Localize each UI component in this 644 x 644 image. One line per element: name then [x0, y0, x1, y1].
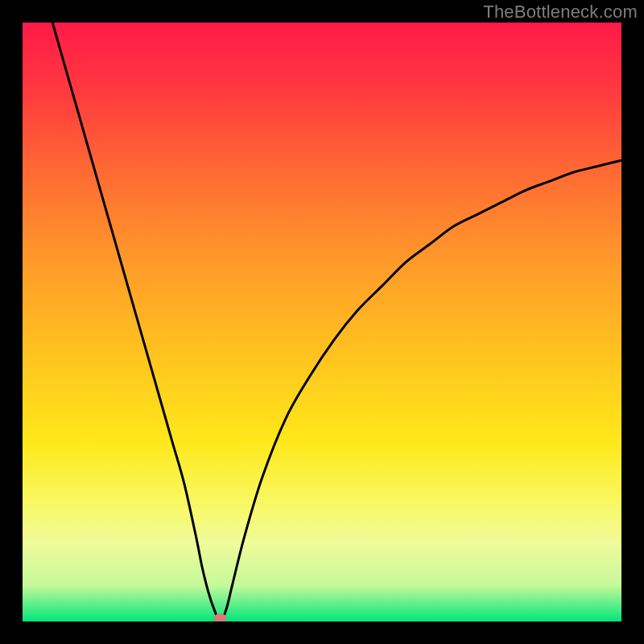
plot-svg: [23, 23, 621, 621]
watermark-text: TheBottleneck.com: [483, 2, 638, 23]
plot-frame: [23, 23, 621, 621]
plot-area: [23, 23, 621, 621]
gradient-background: [23, 23, 621, 621]
